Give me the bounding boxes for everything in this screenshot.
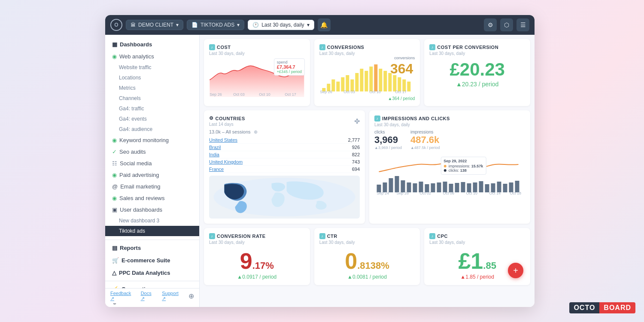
svg-text:Oct 17: Oct 17: [395, 90, 407, 94]
imp-metrics: clicks 3,969 ▲3,969 / period impressions…: [374, 130, 525, 150]
svg-rect-30: [389, 178, 393, 192]
plus-icon[interactable]: ⊕: [254, 129, 258, 134]
sidebar-sub-metrics[interactable]: Metrics: [105, 83, 199, 93]
sidebar-sub-locations[interactable]: Locations: [105, 73, 199, 83]
expand-icon[interactable]: ✤: [354, 117, 360, 125]
tiktok-icon-conv: ♪: [319, 44, 325, 50]
svg-text:Sep 24: Sep 24: [377, 191, 389, 195]
svg-text:Oct 10: Oct 10: [369, 90, 381, 94]
conversions-period: ▲364 / period: [319, 96, 415, 101]
feedback-link[interactable]: Feedback ↗: [110, 291, 134, 301]
svg-rect-49: [503, 184, 507, 192]
country-name-us[interactable]: United States: [209, 137, 237, 143]
svg-rect-12: [360, 69, 363, 91]
sidebar-sub-ga4-events[interactable]: Ga4: events: [105, 114, 199, 124]
svg-rect-34: [413, 183, 417, 192]
ctr-card: ♪ CTR Last 30 days, daily 0.8138% ▲0.008…: [314, 228, 420, 285]
ecommerce-icon: 🛒: [112, 257, 119, 264]
countries-title: ⚙ COUNTRIES: [209, 115, 245, 121]
tiktok-icon-cr: ♪: [209, 233, 215, 239]
tiktok-icon-cpc: ♪: [429, 44, 435, 50]
svg-rect-45: [479, 181, 483, 192]
country-val-uk: 743: [352, 159, 360, 164]
sidebar-sub-ga4-audience[interactable]: Ga4: audience: [105, 124, 199, 134]
docs-link[interactable]: Docs ↗: [141, 291, 155, 301]
conv-rate-subtitle: Last 30 days, daily: [209, 240, 305, 245]
svg-text:Oct 18: Oct 18: [510, 191, 522, 195]
chevron-down-icon: ▾: [307, 22, 310, 28]
sidebar-item-ppc[interactable]: △ PPC Data Analytics: [105, 267, 199, 279]
sidebar-sub-ga4-traffic[interactable]: Ga4: traffic: [105, 103, 199, 114]
page-dropdown[interactable]: 📄 TIKTOKD ADS ▾: [187, 20, 244, 30]
sidebar-footer: Feedback ↗ Docs ↗ Support ↗ ⊕: [105, 288, 199, 304]
svg-rect-46: [485, 184, 489, 192]
country-val-fr: 694: [352, 167, 360, 172]
svg-text:Sep 26: Sep 26: [320, 90, 332, 94]
add-icon[interactable]: ⊕: [188, 292, 194, 300]
sidebar-item-email-marketing[interactable]: @ Email marketing: [105, 181, 199, 192]
svg-text:Oct 03: Oct 03: [233, 92, 245, 97]
tiktok-icon: ♪: [209, 44, 215, 50]
country-list: United States 2,777 Brazil 926 India 822: [209, 137, 360, 173]
reports-icon: ▤: [112, 245, 117, 251]
country-name-uk[interactable]: United Kingdom: [209, 159, 243, 164]
countries-header: ⚙ COUNTRIES Last 14 days ✤: [209, 115, 360, 127]
country-name-br[interactable]: Brazil: [209, 145, 221, 150]
sidebar-item-sales-reviews[interactable]: ◉ Sales and reviews: [105, 192, 199, 204]
svg-text:Oct 03: Oct 03: [343, 90, 355, 94]
logo[interactable]: O: [110, 19, 122, 31]
octoboard-badge: OCTO BOARD: [569, 302, 635, 313]
conv-rate-period: ▲0.0917 / period: [209, 274, 305, 280]
sidebar-item-paid-advertising[interactable]: ◉ Paid advertising: [105, 169, 199, 181]
ppc-icon: △: [112, 270, 116, 276]
country-val-in: 822: [352, 152, 360, 157]
svg-text:Oct 17: Oct 17: [285, 92, 296, 97]
sidebar-item-social-media[interactable]: ☷ Social media: [105, 158, 199, 169]
svg-rect-42: [461, 182, 465, 192]
svg-rect-31: [395, 176, 399, 192]
sidebar-item-seo-audits[interactable]: ✓ Seo audits: [105, 146, 199, 158]
sidebar-item-ecommerce[interactable]: 🛒 E-commerce Suite: [105, 254, 199, 267]
support-link[interactable]: Support ↗: [162, 291, 182, 301]
menu-button[interactable]: ☰: [516, 18, 529, 31]
sidebar-sub-channels[interactable]: Channels: [105, 93, 199, 103]
sales-icon: ◉: [112, 195, 117, 201]
sidebar-sub-tiktokd-ads[interactable]: Tiktokd ads: [105, 226, 199, 236]
dashboards-section: ▦ Dashboards ◉ Web analytics Website tra…: [105, 38, 199, 238]
sidebar-item-dashboards[interactable]: ▦ Dashboards: [105, 38, 199, 51]
country-row-uk: United Kingdom 743: [209, 158, 360, 166]
svg-rect-16: [379, 69, 382, 91]
svg-rect-19: [393, 75, 396, 91]
country-name-in[interactable]: India: [209, 152, 219, 157]
main-layout: ▦ Dashboards ◉ Web analytics Website tra…: [105, 35, 535, 307]
cost-subtitle: Last 30 days, daily: [209, 51, 305, 56]
date-dropdown[interactable]: 🕐 Last 30 days, daily ▾: [248, 20, 314, 30]
keyword-icon: ◉: [112, 137, 117, 143]
sidebar-sub-website-traffic[interactable]: Website traffic: [105, 62, 199, 73]
cpc-card-subtitle: Last 30 days, daily: [429, 240, 525, 245]
svg-rect-51: [515, 181, 519, 192]
settings-button[interactable]: ⚙: [484, 18, 497, 31]
sidebar-item-reports[interactable]: ▤ Reports: [105, 242, 199, 254]
sidebar-item-keyword-monitoring[interactable]: ◉ Keyword monitoring: [105, 134, 199, 146]
conversions-card-title: ♪ CONVERSIONS: [319, 44, 415, 50]
svg-text:Oct 14: Oct 14: [489, 191, 501, 195]
filter-button[interactable]: 🔔: [318, 18, 331, 31]
share-button[interactable]: ⬡: [500, 18, 513, 31]
sidebar-item-user-dashboards[interactable]: ▣ User dashboards: [105, 204, 199, 216]
dashboards-icon: ▦: [112, 41, 117, 48]
fab-button[interactable]: +: [508, 263, 523, 278]
country-name-fr[interactable]: France: [209, 167, 224, 172]
sidebar-item-web-analytics[interactable]: ◉ Web analytics: [105, 51, 199, 62]
client-dropdown[interactable]: 🏛 DEMO CLIENT ▾: [126, 20, 183, 30]
row3-grid: ♪ CONVERSION RATE Last 30 days, daily 9.…: [204, 228, 530, 285]
cost-card: ♪ COST Last 30 days, daily spend £7,364.…: [204, 39, 310, 106]
ctr-title: ♪ CTR: [319, 233, 415, 239]
countries-card: ⚙ COUNTRIES Last 14 days ✤ 13.0k – All s…: [204, 110, 365, 224]
client-icon: 🏛: [131, 22, 136, 28]
sidebar-sub-new-dashboard-3[interactable]: New dashboard 3: [105, 216, 199, 226]
cost-card-title: ♪ COST: [209, 44, 305, 50]
conversions-chart-area: conversions 364: [319, 56, 415, 101]
row1-grid: ♪ COST Last 30 days, daily spend £7,364.…: [204, 39, 530, 106]
svg-rect-22: [407, 82, 410, 91]
